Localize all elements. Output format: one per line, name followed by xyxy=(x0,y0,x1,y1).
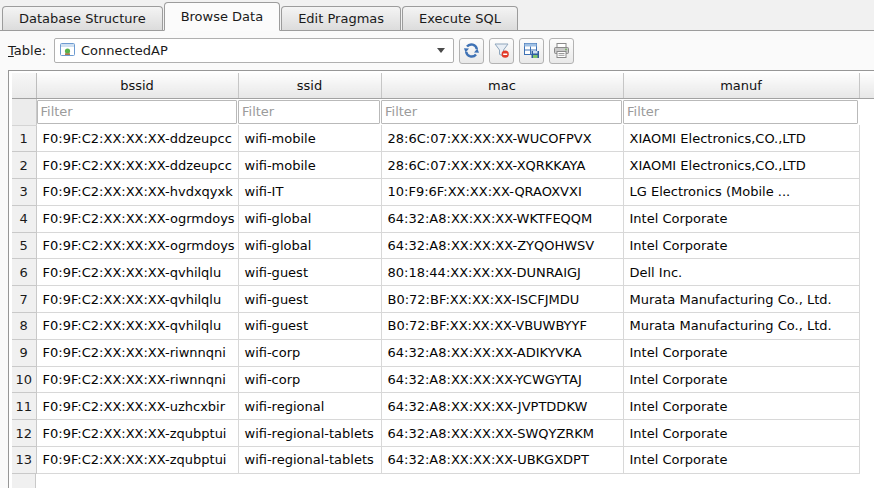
row-number[interactable]: 11 xyxy=(12,393,36,420)
column-header-bssid[interactable]: bssid xyxy=(36,73,238,98)
cell-mac[interactable]: B0:72:BF:XX:XX:XX-VBUWBYYF xyxy=(381,313,623,340)
cell-manuf[interactable]: Intel Corporate xyxy=(623,366,859,393)
cell-ssid[interactable]: wifi-guest xyxy=(238,286,381,313)
cell-manuf[interactable]: Intel Corporate xyxy=(623,232,859,259)
cell-ssid[interactable]: wifi-global xyxy=(238,205,381,232)
table-selector-combobox[interactable]: ConnectedAP xyxy=(54,38,454,63)
cell-bssid[interactable]: F0:9F:C2:XX:XX:XX-uzhcxbir xyxy=(36,393,238,420)
table-selector-value: ConnectedAP xyxy=(81,43,433,58)
cell-ssid[interactable]: wifi-regional xyxy=(238,393,381,420)
tab-browse-data[interactable]: Browse Data xyxy=(164,2,281,31)
row-number[interactable]: 8 xyxy=(12,313,36,340)
cell-ssid[interactable]: wifi-guest xyxy=(238,259,381,286)
cell-manuf[interactable]: XIAOMI Electronics,CO.,LTD xyxy=(623,152,859,179)
print-icon xyxy=(553,42,570,59)
table-icon xyxy=(60,43,75,59)
cell-bssid[interactable]: F0:9F:C2:XX:XX:XX-zqubptui xyxy=(36,420,238,447)
cell-mac[interactable]: 64:32:A8:XX:XX:XX-UBKGXDPT xyxy=(381,447,623,474)
refresh-icon xyxy=(463,42,480,59)
cell-ssid[interactable]: wifi-corp xyxy=(238,339,381,366)
cell-manuf[interactable]: LG Electronics (Mobile ... xyxy=(623,179,859,206)
table-row: 7F0:9F:C2:XX:XX:XX-qvhilqluwifi-guestB0:… xyxy=(12,286,874,313)
cell-mac[interactable]: 64:32:A8:XX:XX:XX-YCWGYTAJ xyxy=(381,366,623,393)
cell-bssid[interactable]: F0:9F:C2:XX:XX:XX-ddzeupcc xyxy=(36,125,238,152)
browse-data-toolbar: Table: ConnectedAP xyxy=(0,31,874,70)
column-header-manuf[interactable]: manuf xyxy=(623,73,859,98)
table-row: 9F0:9F:C2:XX:XX:XX-riwnnqniwifi-corp64:3… xyxy=(12,339,874,366)
save-table-button[interactable] xyxy=(519,38,544,64)
table-row: 2F0:9F:C2:XX:XX:XX-ddzeupccwifi-mobile28… xyxy=(12,152,874,179)
cell-ssid[interactable]: wifi-mobile xyxy=(238,152,381,179)
filter-input-mac[interactable] xyxy=(381,100,622,124)
row-number[interactable]: 9 xyxy=(12,339,36,366)
row-number[interactable]: 1 xyxy=(12,125,36,152)
row-number[interactable]: 4 xyxy=(12,205,36,232)
row-number[interactable]: 2 xyxy=(12,152,36,179)
cell-bssid[interactable]: F0:9F:C2:XX:XX:XX-qvhilqlu xyxy=(36,313,238,340)
cell-ssid[interactable]: wifi-regional-tablets xyxy=(238,447,381,474)
cell-mac[interactable]: 64:32:A8:XX:XX:XX-WKTFEQQM xyxy=(381,205,623,232)
cell-manuf[interactable]: Intel Corporate xyxy=(623,393,859,420)
cell-bssid[interactable]: F0:9F:C2:XX:XX:XX-qvhilqlu xyxy=(36,259,238,286)
filter-input-manuf[interactable] xyxy=(623,100,858,124)
cell-mac[interactable]: 64:32:A8:XX:XX:XX-ZYQOHWSV xyxy=(381,232,623,259)
row-number[interactable]: 13 xyxy=(12,447,36,474)
table-row: 12F0:9F:C2:XX:XX:XX-zqubptuiwifi-regiona… xyxy=(12,420,874,447)
row-number[interactable]: 7 xyxy=(12,286,36,313)
cell-mac[interactable]: B0:72:BF:XX:XX:XX-ISCFJMDU xyxy=(381,286,623,313)
refresh-button[interactable] xyxy=(459,38,484,64)
cell-bssid[interactable]: F0:9F:C2:XX:XX:XX-riwnnqni xyxy=(36,366,238,393)
row-number[interactable]: 5 xyxy=(12,232,36,259)
table-row: 13F0:9F:C2:XX:XX:XX-zqubptuiwifi-regiona… xyxy=(12,447,874,474)
row-number[interactable]: 3 xyxy=(12,179,36,206)
cell-ssid[interactable]: wifi-corp xyxy=(238,366,381,393)
cell-mac[interactable]: 10:F9:6F:XX:XX:XX-QRAOXVXI xyxy=(381,179,623,206)
cell-ssid[interactable]: wifi-IT xyxy=(238,179,381,206)
table-row: 6F0:9F:C2:XX:XX:XX-qvhilqluwifi-guest80:… xyxy=(12,259,874,286)
cell-bssid[interactable]: F0:9F:C2:XX:XX:XX-riwnnqni xyxy=(36,339,238,366)
cell-mac[interactable]: 28:6C:07:XX:XX:XX-WUCOFPVX xyxy=(381,125,623,152)
table-row: 11F0:9F:C2:XX:XX:XX-uzhcxbirwifi-regiona… xyxy=(12,393,874,420)
cell-ssid[interactable]: wifi-guest xyxy=(238,313,381,340)
cell-mac[interactable]: 64:32:A8:XX:XX:XX-ADIKYVKA xyxy=(381,339,623,366)
cell-manuf[interactable]: Intel Corporate xyxy=(623,339,859,366)
tab-edit-pragmas[interactable]: Edit Pragmas xyxy=(281,6,401,30)
data-grid: bssidssidmacmanuf 1F0:9F:C2:XX:XX:XX-ddz… xyxy=(12,73,874,474)
clear-filter-icon xyxy=(493,42,510,59)
cell-ssid[interactable]: wifi-global xyxy=(238,232,381,259)
header-corner[interactable] xyxy=(12,73,36,98)
cell-mac[interactable]: 64:32:A8:XX:XX:XX-SWQYZRKM xyxy=(381,420,623,447)
cell-manuf[interactable]: Murata Manufacturing Co., Ltd. xyxy=(623,313,859,340)
cell-ssid[interactable]: wifi-mobile xyxy=(238,125,381,152)
filter-input-bssid[interactable] xyxy=(37,100,238,124)
column-header-ssid[interactable]: ssid xyxy=(238,73,381,98)
table-row: 5F0:9F:C2:XX:XX:XX-ogrmdoyswifi-global64… xyxy=(12,232,874,259)
cell-manuf[interactable]: Murata Manufacturing Co., Ltd. xyxy=(623,286,859,313)
cell-bssid[interactable]: F0:9F:C2:XX:XX:XX-ogrmdoys xyxy=(36,232,238,259)
table-body: 1F0:9F:C2:XX:XX:XX-ddzeupccwifi-mobile28… xyxy=(12,125,874,473)
cell-ssid[interactable]: wifi-regional-tablets xyxy=(238,420,381,447)
cell-manuf[interactable]: Intel Corporate xyxy=(623,420,859,447)
column-header-mac[interactable]: mac xyxy=(381,73,623,98)
cell-bssid[interactable]: F0:9F:C2:XX:XX:XX-qvhilqlu xyxy=(36,286,238,313)
cell-mac[interactable]: 28:6C:07:XX:XX:XX-XQRKKAYA xyxy=(381,152,623,179)
table-row: 3F0:9F:C2:XX:XX:XX-hvdxqyxkwifi-IT10:F9:… xyxy=(12,179,874,206)
filter-input-ssid[interactable] xyxy=(238,100,380,124)
cell-mac[interactable]: 80:18:44:XX:XX:XX-DUNRAIGJ xyxy=(381,259,623,286)
tab-database-structure[interactable]: Database Structure xyxy=(2,6,163,30)
row-number[interactable]: 6 xyxy=(12,259,36,286)
cell-bssid[interactable]: F0:9F:C2:XX:XX:XX-hvdxqyxk xyxy=(36,179,238,206)
cell-manuf[interactable]: XIAOMI Electronics,CO.,LTD xyxy=(623,125,859,152)
print-button[interactable] xyxy=(549,38,574,64)
cell-mac[interactable]: 64:32:A8:XX:XX:XX-JVPTDDKW xyxy=(381,393,623,420)
row-number[interactable]: 12 xyxy=(12,420,36,447)
cell-bssid[interactable]: F0:9F:C2:XX:XX:XX-ogrmdoys xyxy=(36,205,238,232)
row-number[interactable]: 10 xyxy=(12,366,36,393)
cell-manuf[interactable]: Intel Corporate xyxy=(623,205,859,232)
clear-filters-button[interactable] xyxy=(489,38,514,64)
tab-execute-sql[interactable]: Execute SQL xyxy=(402,6,518,30)
cell-bssid[interactable]: F0:9F:C2:XX:XX:XX-zqubptui xyxy=(36,447,238,474)
cell-manuf[interactable]: Dell Inc. xyxy=(623,259,859,286)
cell-manuf[interactable]: Intel Corporate xyxy=(623,447,859,474)
cell-bssid[interactable]: F0:9F:C2:XX:XX:XX-ddzeupcc xyxy=(36,152,238,179)
